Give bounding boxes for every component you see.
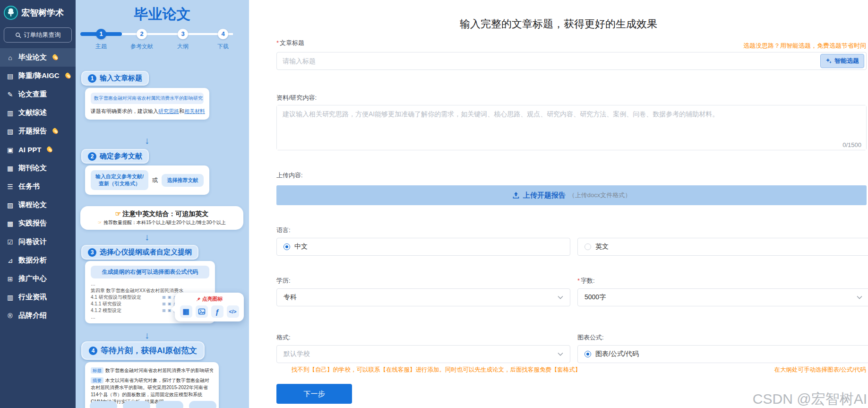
sidebar-item-plagiarism-check[interactable]: ✎ 论文查重 (0, 85, 76, 104)
flow-arrow-down-icon: ↓ (138, 232, 156, 243)
outline-ellipsis: … (91, 281, 95, 287)
flow-arrow-down-icon: ↓ (138, 135, 156, 146)
tip-link-related-material[interactable]: 相关材料 (184, 108, 205, 114)
smart-topic-button[interactable]: 智能选题 (820, 54, 864, 68)
radio-unselected-icon (584, 243, 591, 250)
tip-link-research-idea[interactable]: 研究思路 (158, 108, 179, 114)
note-line1: 注意中英文结合：可追加英文 (122, 210, 208, 217)
outline-hint-pill: 生成提纲的右侧可以选择图表公式代码 (91, 266, 209, 278)
title-input[interactable] (277, 57, 820, 65)
title-tag: 标题 (91, 367, 103, 373)
step1-tip: 课题有明确要求的，建议输入研究思路和相关材料 (91, 108, 204, 115)
sidebar-item-brand-intro[interactable]: ® 品牌介绍 (0, 306, 76, 325)
outline-line: 4.1 研究假设与模型设定 ▦ ▣ ƒ </> (91, 294, 184, 301)
course-paper-icon: ▨ (6, 201, 14, 209)
references-note-card: ☞注意中英文结合：可追加英文 ☞推荐数量提醒：本科15个以上/硕士20个以上/博… (80, 206, 243, 230)
wordcount-select[interactable]: 5000字 (577, 288, 868, 306)
language-option-label: 英文 (595, 243, 609, 251)
custom-references-pill: 输入自定义参考文献/查新（引文格式） (91, 170, 148, 190)
order-result-search[interactable]: 订单结果查询 (4, 27, 72, 43)
preview-pill (156, 401, 183, 408)
popup-label-row: 点亮图标 (179, 295, 240, 303)
sidebar-item-label: 降重/降AIGC (18, 71, 60, 80)
smart-topic-hint-link[interactable]: 选题没思路？用智能选题，免费选题节省时间 (743, 42, 866, 50)
format-select[interactable]: 默认学校 (276, 345, 570, 363)
brand-icon: ® (6, 312, 14, 320)
radio-selected-icon (284, 243, 290, 250)
sidebar-item-journal-paper[interactable]: ▦ 期刊论文 (0, 159, 76, 177)
guide-step1-badge: 1 输入文章标题 (81, 71, 149, 86)
code-icon: </> (227, 305, 239, 318)
upload-icon (512, 191, 520, 199)
sidebar-item-course-paper[interactable]: ▨ 课程论文 (0, 196, 76, 214)
sidebar: 宏智树学术 订单结果查询 ⌂ 毕业论文 ▤ 降重/降AIGC ✎ 论文查重 ▥ … (0, 0, 76, 408)
sidebar-item-data-analysis[interactable]: ⊿ 数据分析 (0, 251, 76, 269)
degree-select[interactable]: 专科 (276, 288, 570, 306)
sidebar-item-questionnaire-design[interactable]: ☑ 问卷设计 (0, 233, 76, 251)
chart-field-label: 图表公式: (577, 333, 604, 342)
literature-review-icon: ▥ (6, 109, 14, 117)
chevron-down-icon (558, 352, 563, 356)
sidebar-item-label: 期刊论文 (18, 164, 47, 173)
sidebar-item-label: AI PPT (18, 146, 41, 154)
format-hint-link[interactable]: 找不到【自己】的学校，可以联系【在线客服】进行添加。同时也可以先生成论文，后面找… (292, 366, 581, 374)
sidebar-item-rewrite-aigc[interactable]: ▤ 降重/降AIGC (0, 67, 76, 85)
degree-field-label: 学历: (276, 277, 291, 285)
popup-icon-tiles: ▦ ƒ </> (179, 305, 240, 318)
wordcount-field-label: *字数: (577, 277, 595, 285)
label-text: 文章标题 (280, 39, 304, 46)
step3-number: 3 (88, 248, 96, 257)
chart-hint-link[interactable]: 在大纲处可手动选择图表/公式/代码 (774, 366, 866, 374)
next-step-button[interactable]: 下一步 (276, 384, 352, 404)
sample-title: 数字普惠金融对河南省农村居民消费水平的影响研究 (105, 368, 213, 373)
sidebar-item-industry-news[interactable]: ▥ 行业资讯 (0, 288, 76, 306)
required-mark: * (276, 39, 279, 46)
sidebar-item-promotion-center[interactable]: ⊞ 推广中心 (0, 269, 76, 288)
sidebar-item-label: 品牌介绍 (18, 311, 47, 320)
step-node-topic[interactable]: 1 (96, 29, 106, 39)
guide-step1-card: 数字普惠金融对河南省农村属民消费水平的影响研究 课题有明确要求的，建议输入研究思… (85, 88, 209, 120)
note-line2: 推荐数量提醒：本科15个以上/硕士20个以上/博士30个以上 (103, 220, 226, 225)
language-option-chinese[interactable]: 中文 (276, 238, 570, 256)
format-select-value: 默认学校 (284, 350, 310, 358)
preview-pill (123, 401, 150, 408)
hot-flame-icon (64, 72, 72, 79)
guide-step4-badge: 4 等待片刻，获得AI原创范文 (81, 341, 205, 360)
sidebar-item-task-book[interactable]: ☰ 任务书 (0, 177, 76, 196)
format-field-label: 格式: (276, 333, 291, 342)
page-title: 输入完整的文章标题，获得更好的生成效果 (249, 17, 868, 31)
hot-flame-icon (52, 53, 59, 61)
upload-proposal-button[interactable]: 上传开题报告 （上传docx文件格式） (276, 185, 867, 205)
step4-badge-label: 等待片刻，获得AI原创范文 (101, 345, 197, 356)
sidebar-item-ai-ppt[interactable]: ▣ AI PPT (0, 140, 76, 159)
sidebar-item-label: 数据分析 (18, 256, 47, 265)
step3-badge-label: 选择心仪提纲或者自定义提纲 (100, 248, 192, 257)
ai-ppt-icon: ▣ (6, 146, 14, 154)
abstract-tag: 摘要 (91, 377, 103, 383)
rewrite-icon: ▤ (6, 72, 14, 80)
practice-report-icon: ▩ (6, 220, 14, 227)
popup-label: 点亮图标 (202, 295, 223, 303)
image-icon (196, 305, 208, 318)
tip-text: 课题有明确要求的，建议输入 (91, 108, 158, 114)
sidebar-item-practice-report[interactable]: ▩ 实践报告 (0, 214, 76, 233)
home-icon: ⌂ (6, 54, 14, 61)
step-node-outline[interactable]: 3 (178, 29, 188, 39)
outline-text: 4.1.2 模型设定 (91, 307, 121, 314)
research-textarea[interactable] (277, 105, 866, 150)
sidebar-item-graduation-thesis[interactable]: ⌂ 毕业论文 (0, 48, 76, 67)
sidebar-item-literature-review[interactable]: ▥ 文献综述 (0, 104, 76, 122)
step-label-references: 参考文献 (130, 43, 153, 51)
promotion-icon: ⊞ (6, 275, 14, 283)
sidebar-item-proposal-report[interactable]: ▧ 开题报告 (0, 122, 76, 140)
language-option-english[interactable]: 英文 (577, 238, 868, 256)
sidebar-item-label: 任务书 (18, 182, 40, 191)
chart-formula-option[interactable]: 图表/公式/代码 (577, 345, 868, 363)
sidebar-item-label: 推广中心 (18, 274, 47, 283)
pin-icon (196, 297, 201, 302)
step-node-download[interactable]: 4 (218, 29, 228, 39)
example-title-pill: 数字普惠金融对河南省农村属民消费水平的影响研究 (91, 93, 204, 104)
sidebar-item-label: 论文查重 (18, 90, 47, 99)
language-field-label: 语言: (276, 226, 291, 234)
step-node-references[interactable]: 2 (137, 29, 147, 39)
